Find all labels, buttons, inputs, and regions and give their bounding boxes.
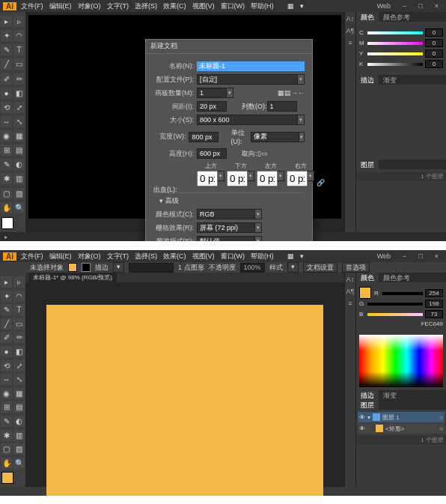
- slice-tool[interactable]: ▨: [13, 188, 25, 199]
- tab-guide[interactable]: 颜色参考: [379, 273, 415, 282]
- chevron-down-icon[interactable]: ▾: [255, 209, 262, 219]
- eye-icon[interactable]: 👁: [359, 425, 365, 432]
- perspective-tool[interactable]: ▦: [13, 388, 25, 399]
- rect-tool[interactable]: ▭: [13, 58, 25, 70]
- shape-tool[interactable]: ◉: [1, 130, 12, 142]
- preview-select[interactable]: 默认值: [197, 236, 255, 241]
- close-icon[interactable]: ×: [432, 252, 442, 260]
- pencil-tool[interactable]: ✏: [13, 332, 25, 343]
- blob-tool[interactable]: ●: [1, 346, 12, 357]
- char-icon[interactable]: A↕: [346, 15, 355, 22]
- stepper-icon[interactable]: ▾: [218, 171, 224, 181]
- blob-tool[interactable]: ●: [1, 88, 12, 99]
- mesh-tool[interactable]: ⊞: [1, 145, 12, 156]
- direct-select-tool[interactable]: ▹: [13, 276, 25, 288]
- stroke-swatch[interactable]: [82, 263, 91, 272]
- type-tool[interactable]: T: [13, 304, 25, 315]
- width-tool[interactable]: ↔: [1, 116, 12, 127]
- minimize-icon[interactable]: −: [400, 2, 409, 10]
- menu-type[interactable]: 文字(T): [104, 1, 132, 11]
- tab-layers[interactable]: 图层: [356, 400, 379, 410]
- slider-c[interactable]: [367, 31, 423, 34]
- fill-stroke-swatch[interactable]: [1, 217, 13, 229]
- menu-edit[interactable]: 编辑(E): [46, 1, 75, 11]
- profile-select[interactable]: [自定]: [197, 74, 298, 85]
- menu-layout-icon[interactable]: ▦: [284, 2, 297, 10]
- grid-icon-3[interactable]: →: [291, 89, 298, 97]
- zoom-tool[interactable]: 🔍: [13, 202, 25, 213]
- scale-tool[interactable]: ⤢: [13, 102, 25, 113]
- menu-file[interactable]: 文件(F): [18, 1, 46, 11]
- name-input[interactable]: 未标题-1: [197, 61, 305, 71]
- menu-view[interactable]: 视图(V): [189, 252, 218, 261]
- pen-tool[interactable]: ✎: [1, 304, 12, 315]
- chevron-down-icon[interactable]: ▾: [255, 236, 262, 241]
- rect-tool[interactable]: ▭: [13, 318, 25, 330]
- tab-layers[interactable]: 图层: [356, 160, 379, 169]
- brush-tool[interactable]: ✐: [1, 332, 12, 343]
- bleed-top[interactable]: [197, 171, 218, 186]
- slice-tool[interactable]: ▨: [13, 443, 25, 455]
- align-icon[interactable]: A¶: [346, 27, 355, 34]
- menu-help[interactable]: 帮助(H): [248, 252, 277, 261]
- hand-tool[interactable]: ✋: [1, 202, 12, 213]
- menu-window[interactable]: 窗口(W): [218, 252, 248, 261]
- lasso-tool[interactable]: ◠: [13, 30, 25, 41]
- workspace-switcher[interactable]: Web: [374, 2, 394, 10]
- workspace-switcher[interactable]: Web: [374, 252, 394, 260]
- align-icon[interactable]: A¶: [346, 288, 355, 295]
- style-select[interactable]: ▾: [287, 262, 299, 273]
- stepper-icon[interactable]: ▾: [308, 171, 314, 181]
- perspective-tool[interactable]: ▦: [13, 130, 25, 142]
- spacing-input[interactable]: [197, 101, 227, 112]
- color-spectrum[interactable]: [359, 335, 443, 387]
- colormode-select[interactable]: RGB: [197, 209, 255, 219]
- hand-tool[interactable]: ✋: [1, 458, 12, 469]
- width-tool[interactable]: ↔: [1, 374, 12, 385]
- advanced-toggle[interactable]: ▾ 高级: [159, 196, 305, 206]
- size-select[interactable]: 800 x 600: [197, 115, 298, 125]
- menu-file[interactable]: 文件(F): [18, 252, 46, 261]
- menu-help[interactable]: 帮助(H): [248, 1, 277, 11]
- cols-input[interactable]: [267, 101, 297, 112]
- menu-object[interactable]: 对象(O): [75, 252, 104, 261]
- width-input[interactable]: [189, 132, 219, 142]
- artboards-input[interactable]: [197, 88, 227, 98]
- direct-select-tool[interactable]: ▹: [13, 16, 25, 27]
- menu-layout-icon[interactable]: ▦: [284, 252, 297, 260]
- opacity-input[interactable]: 100%: [240, 263, 265, 273]
- maximize-icon[interactable]: □: [415, 252, 425, 260]
- free-tool[interactable]: ⤡: [13, 116, 25, 127]
- fill-stroke-swatch[interactable]: [1, 472, 13, 484]
- eye-icon[interactable]: 👁: [359, 414, 365, 421]
- scale-tool[interactable]: ⤢: [13, 360, 25, 371]
- eraser-tool[interactable]: ◧: [13, 346, 25, 357]
- lasso-tool[interactable]: ◠: [13, 291, 25, 302]
- gradient-tool[interactable]: ▤: [13, 145, 25, 156]
- stroke-width[interactable]: [129, 263, 174, 273]
- actions-icon[interactable]: ≡: [348, 39, 352, 46]
- eyedropper-tool[interactable]: ✎: [1, 416, 12, 427]
- tab-stroke[interactable]: 描边: [356, 390, 379, 400]
- minimize-icon[interactable]: −: [400, 252, 409, 260]
- artboard[interactable]: [46, 305, 323, 496]
- tab-grad[interactable]: 渐变: [379, 75, 401, 85]
- zoom-tool[interactable]: 🔍: [13, 458, 25, 469]
- document-tab[interactable]: 未标题-1* @ 98% (RGB/预览): [28, 273, 117, 282]
- menu-effect[interactable]: 效果(C): [160, 1, 189, 11]
- grid-icon-2[interactable]: ▤: [284, 89, 291, 97]
- artboard-tool[interactable]: ▢: [1, 443, 12, 455]
- link-icon[interactable]: 🔗: [317, 179, 325, 186]
- layer-row[interactable]: 👁<矩形>○: [358, 423, 445, 434]
- menu-select[interactable]: 选择(S): [132, 1, 160, 11]
- tab-color[interactable]: 颜色: [356, 273, 379, 282]
- docsettings-button[interactable]: 文档设置: [303, 262, 337, 273]
- graph-tool[interactable]: ▥: [13, 173, 25, 184]
- rotate-tool[interactable]: ⟲: [1, 360, 12, 371]
- shape-tool[interactable]: ◉: [1, 388, 12, 399]
- menu-edit[interactable]: 编辑(E): [46, 252, 75, 261]
- eraser-tool[interactable]: ◧: [13, 88, 25, 99]
- grid-icon-1[interactable]: ▦: [278, 89, 284, 97]
- chevron-down-icon[interactable]: ▾: [298, 74, 305, 85]
- slider-k[interactable]: [367, 63, 423, 66]
